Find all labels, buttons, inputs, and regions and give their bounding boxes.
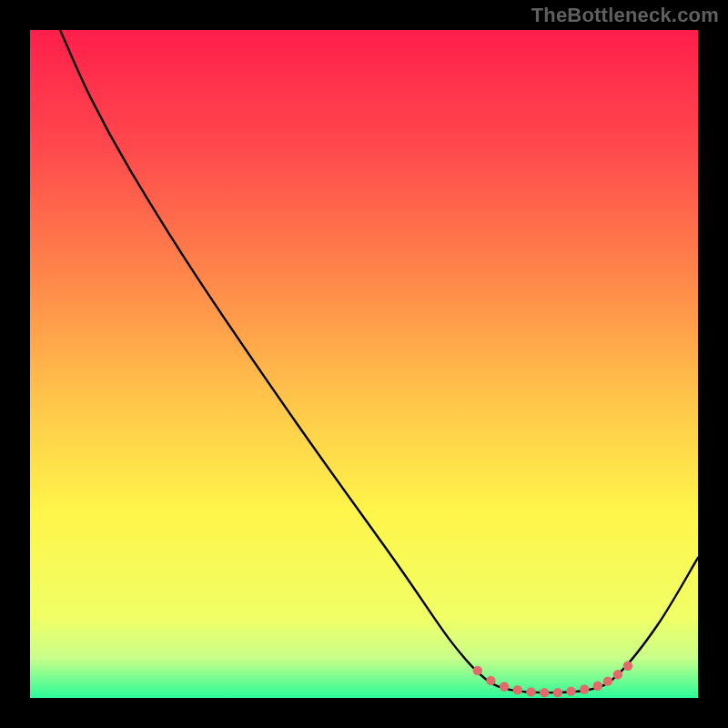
curve-marker <box>500 682 509 691</box>
curve-marker <box>553 688 562 697</box>
curve-marker <box>623 662 632 671</box>
watermark-text: TheBottleneck.com <box>531 4 719 27</box>
curve-marker <box>593 682 602 691</box>
curve-marker <box>513 685 522 694</box>
curve-marker <box>473 666 482 675</box>
curve-marker <box>613 670 622 679</box>
curve-marker <box>603 676 612 685</box>
bottleneck-chart <box>30 30 698 698</box>
curve-marker <box>566 686 575 695</box>
chart-frame: TheBottleneck.com <box>0 0 728 728</box>
curve-marker <box>580 684 589 693</box>
gradient-background <box>30 30 698 698</box>
curve-marker <box>486 676 495 685</box>
curve-marker <box>540 688 549 697</box>
curve-marker <box>526 687 535 696</box>
